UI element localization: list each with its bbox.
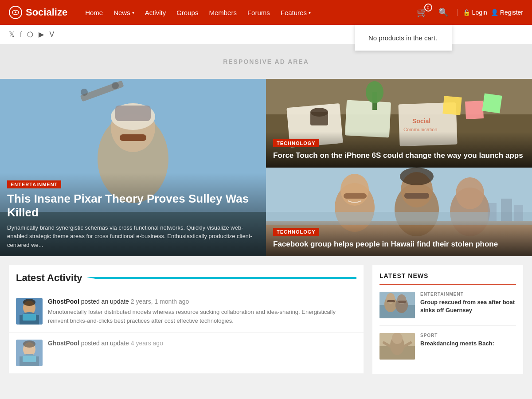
featured-top-right[interactable]: Social Communication TECHNOLOGY Force To… — [266, 79, 532, 168]
svg-rect-34 — [404, 193, 429, 199]
svg-text:Social: Social — [412, 117, 430, 125]
activity-header: Latest Activity — [9, 265, 364, 284]
activity-accent-bar — [87, 277, 356, 279]
activity-action: posted an update — [81, 298, 131, 305]
news-category: SPORT — [420, 333, 494, 338]
featured-main[interactable]: ENTERTAINMENT This Insane Pixar Theory P… — [0, 79, 266, 256]
svg-point-65 — [392, 333, 403, 344]
svg-rect-22 — [482, 93, 502, 113]
sidebar: LATEST NEWS — [372, 265, 523, 374]
news-info: ENTERTAINMENT Group rescued from sea aft… — [420, 292, 516, 318]
latest-activity-section: Latest Activity — [9, 265, 364, 374]
news-item[interactable]: ENTERTAINMENT Group rescued from sea aft… — [379, 292, 516, 326]
featured-bottom-right-overlay: TECHNOLOGY Facebook group helps people i… — [266, 220, 532, 256]
svg-point-37 — [456, 177, 484, 209]
svg-rect-61 — [398, 301, 406, 303]
activity-content: GhostPool posted an update 4 years ago — [48, 340, 163, 366]
logo-icon — [9, 6, 22, 19]
svg-point-24 — [366, 81, 383, 103]
svg-rect-53 — [23, 356, 36, 362]
svg-point-46 — [23, 299, 35, 306]
svg-point-11 — [81, 89, 88, 96]
nav-home[interactable]: Home — [81, 5, 107, 20]
news-thumbnail — [379, 292, 415, 318]
svg-rect-39 — [488, 203, 497, 221]
svg-rect-21 — [465, 101, 484, 119]
register-link[interactable]: 👤 Register — [491, 9, 523, 16]
youtube-icon[interactable]: ▶ — [39, 30, 44, 39]
featured-grid: ENTERTAINMENT This Insane Pixar Theory P… — [0, 79, 532, 256]
featured-top-right-category: TECHNOLOGY — [273, 139, 319, 147]
svg-rect-40 — [501, 199, 512, 221]
ad-area: RESPONSIVE AD AREA — [0, 44, 532, 79]
nav-groups[interactable]: Groups — [172, 5, 203, 20]
vimeo-icon[interactable]: V — [49, 31, 54, 39]
avatar — [16, 340, 43, 366]
svg-rect-20 — [442, 96, 462, 115]
main-nav: Home News ▾ Activity Groups Members Foru… — [81, 5, 415, 20]
news-category: ENTERTAINMENT — [420, 292, 516, 297]
featured-main-desc: Dynamically brand synergistic schemas vi… — [7, 223, 259, 250]
nav-features[interactable]: Features ▾ — [276, 5, 315, 20]
nav-news[interactable]: News ▾ — [109, 5, 139, 20]
latest-news-section: LATEST NEWS — [372, 265, 523, 374]
activity-time: 2 years, 1 month ago — [131, 298, 189, 305]
features-chevron-icon: ▾ — [309, 10, 311, 15]
activity-meta: GhostPool posted an update 2 years, 1 mo… — [48, 298, 356, 305]
news-headline: Breakdancing meets Bach: — [420, 340, 494, 348]
auth-links: 🔒 Login 👤 Register — [457, 9, 523, 16]
avatar-image — [16, 340, 43, 366]
featured-bottom-right-category: TECHNOLOGY — [273, 228, 319, 236]
social-bar: 𝕏 f ⬡ ▶ V — [0, 25, 532, 44]
avatar — [16, 298, 43, 325]
svg-rect-60 — [387, 300, 395, 302]
featured-bottom-right[interactable]: TECHNOLOGY Facebook group helps people i… — [266, 168, 532, 256]
svg-point-12 — [112, 82, 119, 89]
twitter-icon[interactable]: 𝕏 — [9, 30, 15, 39]
svg-rect-41 — [514, 205, 523, 221]
featured-top-right-overlay: TECHNOLOGY Force Touch on the iPhone 6S … — [266, 132, 532, 168]
activity-item: GhostPool posted an update 4 years ago — [9, 332, 364, 374]
featured-main-category: ENTERTAINMENT — [7, 180, 61, 188]
avatar-image — [16, 298, 43, 325]
ad-text: RESPONSIVE AD AREA — [223, 58, 309, 65]
news-chevron-icon: ▾ — [132, 10, 134, 15]
nav-activity[interactable]: Activity — [141, 5, 171, 20]
activity-action: posted an update — [81, 340, 131, 347]
cart-badge: 0 — [424, 4, 432, 12]
logo-text: Socialize — [26, 7, 67, 18]
svg-rect-19 — [310, 112, 328, 125]
svg-rect-31 — [344, 193, 367, 199]
featured-main-title: This Insane Pixar Theory Proves Sulley W… — [7, 192, 259, 219]
svg-point-35 — [400, 168, 434, 185]
svg-rect-7 — [120, 134, 146, 141]
cart-empty-message: No products in the cart. — [368, 34, 438, 42]
nav-forums[interactable]: Forums — [243, 5, 274, 20]
activity-content: GhostPool posted an update 2 years, 1 mo… — [48, 298, 356, 325]
svg-rect-47 — [23, 314, 36, 321]
svg-point-52 — [23, 340, 35, 348]
activity-item: GhostPool posted an update 2 years, 1 mo… — [9, 291, 364, 332]
svg-rect-9 — [115, 106, 151, 121]
main-content: Latest Activity — [0, 256, 532, 383]
svg-point-30 — [340, 174, 369, 206]
site-header: Socialize Home News ▾ Activity Groups Me… — [0, 0, 532, 25]
nav-members[interactable]: Members — [204, 5, 241, 20]
cart-button[interactable]: 🛒 0 — [415, 5, 430, 20]
news-item[interactable]: SPORT Breakdancing meets Bach: — [379, 333, 516, 367]
svg-point-1 — [15, 12, 16, 13]
cart-dropdown: No products in the cart. — [355, 25, 452, 51]
lock-icon: 🔒 — [463, 9, 470, 16]
logo[interactable]: Socialize — [9, 6, 67, 19]
activity-time: 4 years ago — [131, 340, 163, 347]
featured-top-right-title: Force Touch on the iPhone 6S could chang… — [273, 151, 525, 160]
news-headline: Group rescued from sea after boat sinks … — [420, 298, 516, 314]
latest-news-title: LATEST NEWS — [379, 272, 516, 285]
activity-user[interactable]: GhostPool — [48, 340, 79, 347]
login-link[interactable]: 🔒 Login — [463, 9, 487, 16]
activity-user[interactable]: GhostPool — [48, 298, 79, 305]
search-button[interactable]: 🔍 — [435, 6, 452, 19]
activity-text: Monotonectally foster distributed models… — [48, 308, 356, 325]
instagram-icon[interactable]: ⬡ — [27, 30, 33, 39]
facebook-icon[interactable]: f — [20, 31, 22, 39]
